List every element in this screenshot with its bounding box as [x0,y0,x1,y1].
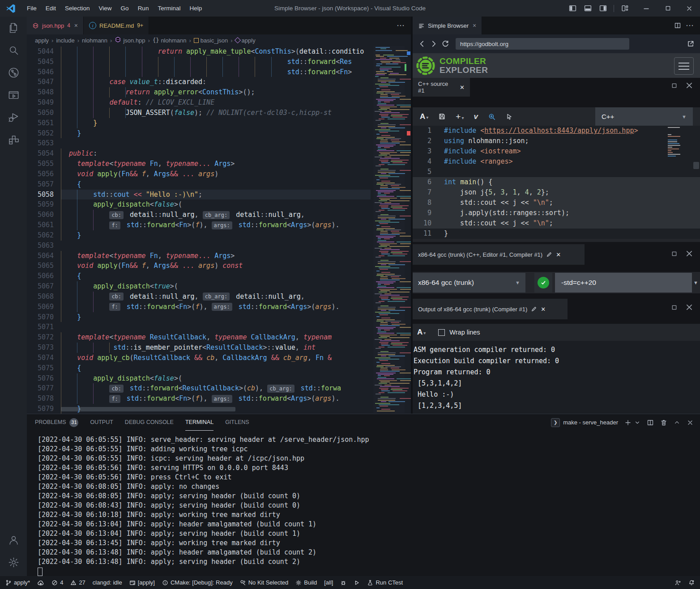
editor-more-actions-icon[interactable]: ⋯ [397,21,405,30]
code-line[interactable]: 5044return apply_make_tuple<ConstThis>(d… [27,47,371,57]
search-icon[interactable] [0,39,27,61]
search-code-icon[interactable] [488,113,496,121]
ce-code-line[interactable]: 6int main() { [413,177,700,187]
code-line[interactable]: 5062} [27,230,371,241]
minimap[interactable] [373,46,405,413]
ce-code-line[interactable]: 10 std::cout << j << "\n"; [413,218,700,229]
terminal-output[interactable]: [2022-04-30 06:05:55] INFO: serve_header… [38,435,696,574]
ce-code-editor[interactable]: 1#include <https://localhost:8443/apply/… [413,126,700,239]
code-line[interactable]: 5055template<typename Fn, typename... Ar… [27,159,371,169]
ce-code-line[interactable]: 2using nlohmann::json; [413,136,700,146]
status-cloud[interactable] [37,579,44,586]
settings-gear-icon[interactable] [0,551,27,573]
layout-sidebar-left-icon[interactable] [566,2,579,15]
horizontal-scrollbar[interactable] [61,407,235,411]
status-no-kit-selected[interactable]: No Kit Selected [240,579,289,586]
layout-panel-icon[interactable] [581,2,594,15]
ce-code-line[interactable]: 8 std::cout << j << "\n"; [413,198,700,208]
breadcrumb-item[interactable]: include [56,37,74,44]
vim-mode-icon[interactable]: v [474,112,478,121]
close-icon[interactable] [685,81,694,90]
ce-code-line[interactable]: 11} [413,229,700,239]
panel-tab-terminal[interactable]: TERMINAL [185,414,213,431]
compiler-options-input[interactable]: -std=c++20 [555,273,692,292]
status-run-ctest[interactable]: Run CTest [367,579,403,586]
source-control-icon[interactable] [0,61,27,84]
ce-code-line[interactable]: 9 j.apply(std::ranges::sort); [413,208,700,218]
customize-layout-icon[interactable] [619,2,631,15]
new-terminal-icon[interactable] [624,419,632,426]
tab-json-hpp[interactable]: json.hpp 4 × [27,17,84,34]
editor-more-actions-icon[interactable]: ⋯ [686,21,694,30]
maximize-icon[interactable] [671,250,678,257]
open-external-icon[interactable] [687,40,695,48]
status-4[interactable]: 4 [51,579,63,586]
code-line[interactable]: 5067apply_dispatch<true>( [27,281,371,292]
run-debug-icon[interactable] [0,106,27,128]
breadcrumb-item[interactable]: basic_json [194,37,228,44]
hamburger-menu-icon[interactable] [674,57,694,75]
code-line[interactable]: 5050JSON_ASSERT(false); // NOLINT(cert-d… [27,108,371,118]
code-line[interactable]: 5052} [27,128,371,139]
compiler-select[interactable]: x86-64 gcc (trunk)▼ [413,273,525,292]
code-line[interactable]: 5069f: std::forward<Fn>(f), args: std::f… [27,302,371,312]
status-27[interactable]: 27 [70,579,85,586]
kill-terminal-icon[interactable] [660,419,667,426]
split-terminal-icon[interactable] [647,419,654,426]
panel-tab-output[interactable]: OUTPUT [90,414,113,431]
status-apply[interactable]: [apply] [129,579,155,586]
reload-icon[interactable] [441,40,449,48]
panel-tab-problems[interactable]: PROBLEMS31 [35,414,78,431]
code-line[interactable]: 5051} [27,118,371,128]
code-line[interactable]: 5066{ [27,271,371,281]
ce-code-line[interactable]: 3#include <iostream> [413,146,700,157]
tab-simple-browser[interactable]: Simple Browser × [413,17,482,34]
terminal-select[interactable]: ❯ make - serve_header [551,418,618,427]
code-line[interactable]: 5073std::is_member_pointer<ResultCallbac… [27,343,371,353]
code-line[interactable]: 5075{ [27,363,371,373]
code-line[interactable]: 5048return apply_error<ConstThis>(); [27,87,371,97]
code-line[interactable]: 5072template<typename ResultCallback, ty… [27,332,371,343]
code-line[interactable]: 5045std::forward<Res [27,57,371,67]
close-button[interactable] [683,2,696,15]
panel-tab-debug-console[interactable]: DEBUG CONSOLE [125,414,174,431]
code-line[interactable]: 5077cb: std::forward<ResultCallback>(cb)… [27,383,371,394]
breadcrumb-item[interactable]: nlohmann [82,37,107,44]
maximize-icon[interactable] [671,304,678,311]
maximize-button[interactable] [662,2,674,15]
close-icon[interactable]: ✕ [556,251,561,258]
code-line[interactable]: 5054public: [27,148,371,159]
edit-icon[interactable] [546,251,552,258]
minimize-button[interactable] [640,2,653,15]
close-icon[interactable] [685,303,694,312]
status-cmake-debug-ready[interactable]: CMake: [Debug]: Ready [162,579,233,586]
layout-sidebar-right-icon[interactable] [597,2,609,15]
code-line[interactable]: 5057{ [27,179,371,190]
close-icon[interactable] [685,249,694,258]
code-editor[interactable]: 5044return apply_make_tuple<ConstThis>(d… [27,46,411,414]
code-line[interactable]: 5071 [27,322,371,332]
status-apply[interactable]: apply* [5,579,30,586]
code-line[interactable]: 5063 [27,241,371,251]
breadcrumb-item[interactable]: json.hpp [115,36,145,44]
close-icon[interactable]: ✕ [460,84,465,91]
browser-scrollbar[interactable] [693,162,699,169]
panel-tab-gitlens[interactable]: GITLENS [225,414,249,431]
font-size-button[interactable]: A▾ [417,328,426,337]
menu-view[interactable]: View [94,0,116,17]
breadcrumb-item[interactable]: apply [35,37,49,44]
menu-go[interactable]: Go [116,0,133,17]
status-bell[interactable] [688,580,695,586]
maximize-panel-icon[interactable] [674,419,680,426]
extensions-icon[interactable] [0,128,27,151]
menu-selection[interactable]: Selection [60,0,94,17]
status-all[interactable]: [all] [324,579,333,586]
terminal-dropdown-icon[interactable] [634,420,640,426]
font-size-button[interactable]: A▾ [420,112,428,121]
code-line[interactable]: 5076apply_dispatch<false>( [27,373,371,384]
ce-source-tab[interactable]: C++ source #1✕ [413,78,470,97]
ce-code-line[interactable]: 7 json j{5, 3, 1, 4, 2}; [413,187,700,198]
status-clangd-idle[interactable]: clangd: idle [93,579,122,586]
ce-output-tab[interactable]: Output of x86-64 gcc (trunk) (Compiler #… [413,299,568,319]
code-line[interactable]: 5047case value_t::discarded: [27,77,371,87]
